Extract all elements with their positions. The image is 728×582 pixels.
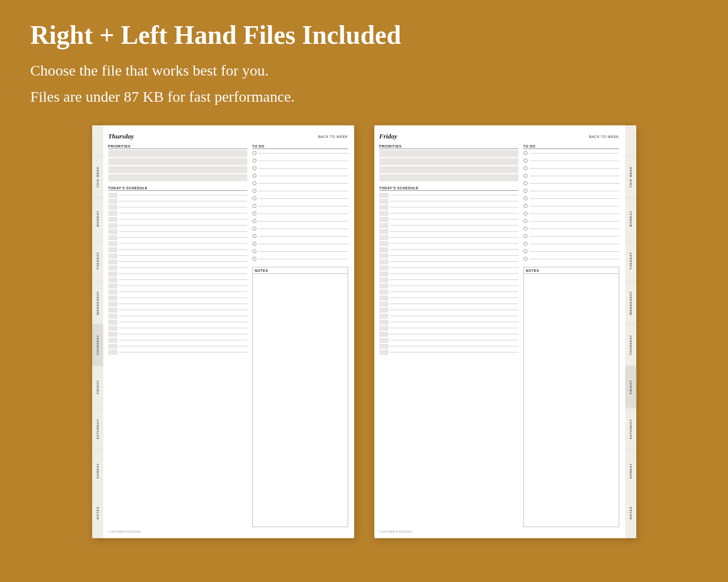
tab-monday-right[interactable]: MONDAY	[625, 197, 636, 239]
schedule-row	[108, 349, 247, 355]
schedule-line	[390, 346, 518, 346]
schedule-time-box	[108, 332, 117, 337]
tab-wednesday-left[interactable]: WEDNESDAY	[92, 281, 103, 323]
schedule-line	[119, 255, 247, 256]
schedule-time-box	[379, 302, 388, 307]
todo-circle	[523, 219, 527, 223]
schedule-row	[108, 319, 247, 325]
schedule-row	[108, 235, 247, 240]
schedule-row	[108, 210, 247, 216]
todo-row	[252, 256, 348, 262]
schedule-time-box	[108, 271, 117, 276]
schedule-time-box	[379, 211, 388, 216]
schedule-row	[379, 204, 518, 210]
schedule-time-box	[379, 326, 388, 331]
todo-line	[258, 198, 348, 199]
tab-saturday-left[interactable]: SATURDAY	[92, 408, 103, 450]
schedule-line	[390, 255, 518, 256]
schedule-row	[379, 259, 518, 264]
schedule-line	[119, 352, 247, 352]
schedule-line	[390, 285, 518, 286]
schedule-row	[379, 253, 518, 258]
tab-friday-left[interactable]: FRIDAY	[92, 366, 103, 407]
schedule-row	[379, 216, 518, 222]
tab-saturday-right[interactable]: SATURDAY	[625, 408, 636, 450]
schedule-time-box	[379, 253, 388, 258]
todo-row	[523, 233, 619, 239]
todo-row	[252, 218, 348, 224]
schedule-time-box	[108, 283, 117, 288]
todo-circle	[252, 204, 256, 208]
todo-row	[523, 188, 619, 194]
schedule-row	[108, 204, 247, 210]
tab-friday-right[interactable]: FRIDAY	[625, 366, 636, 407]
schedule-line	[390, 316, 518, 316]
schedule-row	[379, 313, 518, 319]
right-back-to-week[interactable]: BACK TO WEEK	[589, 135, 619, 138]
todo-line	[258, 236, 348, 237]
right-schedule-rows	[379, 192, 518, 527]
schedule-row	[379, 247, 518, 252]
todo-line	[258, 153, 348, 154]
schedule-time-box	[108, 235, 117, 240]
schedule-time-box	[379, 314, 388, 319]
schedule-row	[379, 198, 518, 204]
todo-row	[252, 165, 348, 171]
schedule-time-box	[108, 302, 117, 307]
todo-circle	[523, 151, 527, 155]
todo-circle	[523, 227, 527, 231]
left-back-to-week[interactable]: BACK TO WEEK	[318, 135, 348, 138]
schedule-line	[390, 237, 518, 238]
tab-notes-right[interactable]: NOTES	[625, 492, 636, 533]
todo-line	[258, 206, 348, 206]
schedule-line	[390, 231, 518, 232]
schedule-line	[390, 352, 518, 352]
schedule-line	[119, 243, 247, 244]
todo-line	[258, 213, 348, 214]
schedule-line	[390, 328, 518, 328]
todo-row	[523, 173, 619, 179]
schedule-line	[119, 219, 247, 220]
schedule-time-box	[108, 193, 117, 198]
tab-this-week-right[interactable]: THIS WEEK	[625, 156, 636, 197]
todo-row	[523, 256, 619, 262]
tab-notes-left[interactable]: NOTES	[92, 492, 103, 533]
tab-sunday-right[interactable]: SUNDAY	[625, 450, 636, 491]
right-notes-label: NOTES	[524, 267, 619, 274]
todo-row	[252, 203, 348, 209]
tab-this-week-left[interactable]: THIS WEEK	[92, 156, 103, 197]
schedule-time-box	[108, 277, 117, 282]
schedule-time-box	[379, 223, 388, 228]
todo-line	[258, 176, 348, 176]
todo-circle	[252, 219, 256, 223]
schedule-row	[379, 325, 518, 331]
tab-tuesday-right[interactable]: TUESDAY	[625, 240, 636, 281]
todo-row	[252, 210, 348, 216]
todo-line	[530, 168, 619, 169]
todo-row	[523, 210, 619, 216]
schedule-line	[390, 261, 518, 262]
todo-row	[523, 248, 619, 254]
right-page: Friday BACK TO WEEK PRIORITIES TODAY'S S…	[374, 125, 636, 538]
tab-thursday-right[interactable]: THURSDAY	[625, 324, 636, 366]
todo-circle	[252, 249, 256, 253]
schedule-time-box	[108, 259, 117, 264]
todo-circle	[252, 211, 256, 215]
todo-line	[258, 183, 348, 184]
schedule-row	[379, 223, 518, 228]
todo-row	[252, 195, 348, 201]
schedule-time-box	[379, 193, 388, 198]
schedule-row	[108, 307, 247, 313]
tab-sunday-left[interactable]: SUNDAY	[92, 450, 103, 491]
tab-thursday-left[interactable]: THURSDAY	[92, 324, 103, 366]
schedule-row	[108, 229, 247, 234]
tab-monday-left[interactable]: MONDAY	[92, 197, 103, 239]
todo-row	[252, 241, 348, 247]
priority-row	[379, 174, 518, 181]
schedule-time-box	[108, 205, 117, 210]
left-todo-label: TO DO	[252, 144, 348, 149]
tab-tuesday-left[interactable]: TUESDAY	[92, 240, 103, 281]
schedule-line	[119, 328, 247, 328]
tab-wednesday-right[interactable]: WEDNESDAY	[625, 281, 636, 323]
left-day-label: Thursday	[108, 132, 134, 140]
